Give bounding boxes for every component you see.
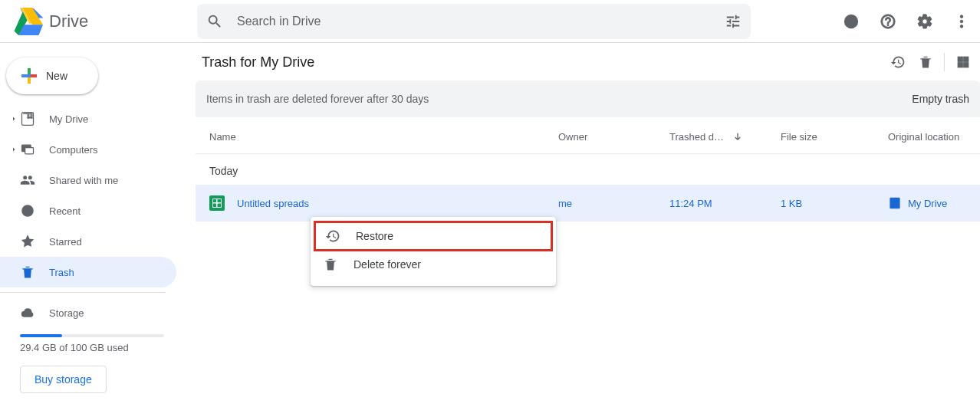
search-options-icon[interactable] <box>725 13 742 30</box>
sidebar-item-label: Storage <box>49 307 84 319</box>
storage-usage-text: 29.4 GB of 100 GB used <box>20 342 184 353</box>
header-separator <box>944 53 945 71</box>
column-trashed-date[interactable]: Trashed d… <box>669 131 781 143</box>
context-menu-restore-label: Restore <box>356 230 393 242</box>
expand-arrow-icon <box>9 145 18 154</box>
svg-point-2 <box>960 20 963 23</box>
cell-owner: me <box>558 198 669 209</box>
sidebar: New My Drive Computers Shared with me Re… <box>0 44 184 407</box>
column-original-location[interactable]: Original location <box>888 131 980 143</box>
restore-header-icon[interactable] <box>884 48 912 76</box>
nav-list: My Drive Computers Shared with me Recent… <box>0 103 184 328</box>
svg-rect-9 <box>964 57 968 61</box>
sort-descending-icon <box>732 131 744 143</box>
cell-trashed-date: 11:24 PM <box>669 198 781 209</box>
cell-original-location[interactable]: My Drive <box>888 196 980 210</box>
trash-banner: Items in trash are deleted forever after… <box>196 80 980 117</box>
file-name: Untitled spreads <box>237 198 309 209</box>
sheets-icon <box>209 195 225 211</box>
banner-message: Items in trash are deleted forever after… <box>206 93 912 105</box>
sidebar-item-starred[interactable]: Starred <box>0 226 176 257</box>
my-drive-icon <box>20 111 35 126</box>
sidebar-item-trash[interactable]: Trash <box>0 257 176 287</box>
delete-header-icon[interactable] <box>912 48 939 76</box>
search-icon <box>206 13 223 30</box>
shared-icon <box>20 172 35 188</box>
context-menu-restore[interactable]: Restore <box>314 221 553 251</box>
svg-rect-11 <box>964 63 968 67</box>
sidebar-item-label: Shared with me <box>49 175 118 186</box>
app-header: Drive <box>0 0 980 43</box>
logo-block[interactable]: Drive <box>12 8 88 35</box>
help-icon[interactable] <box>873 6 903 37</box>
sidebar-item-storage[interactable]: Storage <box>0 297 176 328</box>
svg-rect-4 <box>28 74 31 77</box>
cloud-icon <box>20 305 35 320</box>
trash-icon <box>20 264 35 280</box>
sidebar-item-recent[interactable]: Recent <box>0 195 176 226</box>
storage-meter <box>20 334 164 337</box>
svg-rect-10 <box>958 63 962 67</box>
sidebar-item-label: My Drive <box>49 113 88 125</box>
table-header: Name Owner Trashed d… File size Original… <box>196 120 980 154</box>
context-menu-delete-forever-label: Delete forever <box>354 258 421 271</box>
restore-icon <box>325 228 340 244</box>
app-name: Drive <box>49 11 88 31</box>
new-button[interactable]: New <box>6 57 98 94</box>
offline-status-icon[interactable] <box>836 6 867 37</box>
context-menu: Restore Delete forever <box>311 217 556 286</box>
svg-point-3 <box>960 25 963 28</box>
search-bar[interactable] <box>197 4 751 39</box>
buy-storage-button[interactable]: Buy storage <box>20 366 107 393</box>
svg-rect-8 <box>958 57 962 61</box>
empty-trash-button[interactable]: Empty trash <box>912 93 969 105</box>
main-panel: Trash for My Drive Items in trash are de… <box>196 44 980 407</box>
section-today: Today <box>196 154 980 185</box>
sidebar-item-label: Starred <box>49 236 82 248</box>
column-owner[interactable]: Owner <box>558 131 669 143</box>
column-file-size[interactable]: File size <box>781 131 888 143</box>
sidebar-item-label: Computers <box>49 144 98 156</box>
page-header: Trash for My Drive <box>196 44 980 80</box>
svg-rect-6 <box>25 148 34 154</box>
sidebar-item-computers[interactable]: Computers <box>0 134 176 165</box>
file-row[interactable]: Untitled spreads me 11:24 PM 1 KB My Dri… <box>196 185 980 222</box>
recent-clock-icon <box>20 203 35 218</box>
drive-logo-icon <box>12 8 43 35</box>
computers-icon <box>20 142 35 157</box>
settings-gear-icon[interactable] <box>909 6 940 37</box>
column-name[interactable]: Name <box>209 131 558 143</box>
sidebar-item-label: Recent <box>49 205 81 217</box>
cell-file-size: 1 KB <box>781 198 888 209</box>
my-drive-location-icon <box>888 196 902 210</box>
context-menu-delete-forever[interactable]: Delete forever <box>311 249 556 280</box>
sidebar-item-label: Trash <box>49 267 74 278</box>
sidebar-item-my-drive[interactable]: My Drive <box>0 103 176 134</box>
star-icon <box>20 234 35 249</box>
nav-separator <box>0 292 166 293</box>
sidebar-item-shared[interactable]: Shared with me <box>0 165 176 195</box>
svg-point-1 <box>960 15 963 18</box>
more-vertical-icon[interactable] <box>946 6 977 37</box>
cell-name: Untitled spreads <box>209 195 558 211</box>
new-button-label: New <box>46 70 67 82</box>
grid-view-icon[interactable] <box>949 48 977 76</box>
plus-icon <box>15 62 43 90</box>
page-title: Trash for My Drive <box>196 54 884 71</box>
search-input[interactable] <box>237 4 725 39</box>
expand-arrow-icon <box>9 114 18 123</box>
delete-forever-icon <box>323 257 338 272</box>
header-actions <box>836 0 977 42</box>
